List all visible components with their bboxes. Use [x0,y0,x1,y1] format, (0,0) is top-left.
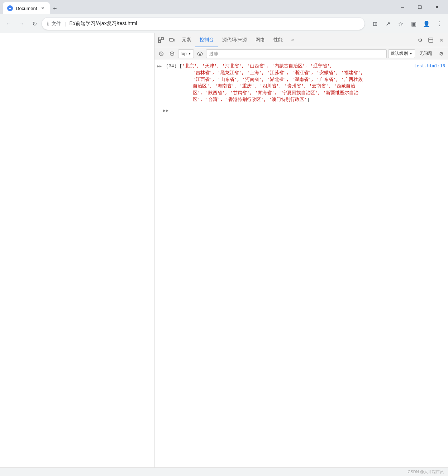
tab-favicon: ● [7,5,13,11]
level-arrow-icon: ▼ [409,52,413,56]
tab-title: Document [16,6,37,11]
svg-rect-2 [158,40,161,43]
webpage-content [0,33,154,467]
new-tab-button[interactable]: + [50,4,60,14]
address-input-wrap[interactable]: ℹ 文件 | E:/前端学习/Ajax复习/test.html [42,17,365,30]
devtools-close-button[interactable]: ✕ [437,35,447,45]
eye-button[interactable] [195,49,205,58]
address-actions: ⊞ ↗ ☆ ▣ 👤 ⋮ [369,18,445,29]
console-settings-button[interactable]: ⚙ [437,49,446,58]
array-values: '北京', '天津', '河北省', '山西省', '内蒙古自治区', '辽宁省… [166,64,363,102]
level-selector[interactable]: 默认级别 ▼ [388,49,415,58]
devtools-toolbar: 元素 控制台 源代码/来源 网络 性能 » ⚙ ✕ [154,33,448,47]
reload-button[interactable]: ↻ [29,18,40,29]
no-issues-button[interactable]: 无问题 [416,49,435,58]
filter-input[interactable] [206,49,387,58]
main-area: 元素 控制台 源代码/来源 网络 性能 » ⚙ ✕ [0,33,448,467]
url-display: E:/前端学习/Ajax复习/test.html [69,20,359,27]
forward-button[interactable]: → [16,18,27,29]
context-arrow-icon: ▼ [188,52,191,56]
level-label: 默认级别 [391,51,408,57]
block-button[interactable] [167,49,177,58]
address-bar: ← → ↻ ℹ 文件 | E:/前端学习/Ajax复习/test.html ⊞ … [0,14,448,33]
profile-button[interactable]: 👤 [421,18,432,29]
close-button[interactable]: ✕ [429,1,445,13]
expand-arrow-icon[interactable]: ▶ [157,64,162,69]
clear-console-button[interactable] [157,49,166,58]
device-toggle-button[interactable] [167,35,177,45]
devtools-settings-button[interactable]: ⚙ [415,35,425,45]
browser-frame: ● Document ✕ + ─ ❑ ✕ ← → ↻ ℹ 文件 | E:/前端学… [0,0,448,476]
array-close-bracket: ] [307,97,310,102]
console-filter-bar: top ▼ 默认级别 ▼ 无问题 ⚙ [154,47,448,60]
svg-point-12 [199,53,201,54]
devtools-tabs: 元素 控制台 源代码/来源 网络 性能 » [177,33,414,47]
tab-network[interactable]: 网络 [251,33,269,47]
second-console-entry: ▶ [154,105,448,115]
devtools-panel: 元素 控制台 源代码/来源 网络 性能 » ⚙ ✕ [154,33,448,467]
svg-rect-4 [173,39,175,41]
browser-footer: CSDN @人才程序员 [0,467,448,476]
info-icon: ℹ [47,21,49,27]
tab-area: ● Document ✕ + [3,0,60,14]
array-length: (34) [166,64,180,69]
tab-sources[interactable]: 源代码/来源 [218,33,251,47]
tab-elements[interactable]: 元素 [177,33,195,47]
translate-button[interactable]: ⊞ [369,18,381,29]
bookmark-button[interactable]: ☆ [395,18,406,29]
svg-rect-1 [161,38,163,40]
devtools-toolbar-right: ⚙ ✕ [415,35,447,45]
title-bar: ● Document ✕ + ─ ❑ ✕ [0,0,448,14]
inspect-element-button[interactable] [156,35,166,45]
more-options-button[interactable]: ⋮ [434,18,445,29]
context-top-label: top [181,51,187,56]
no-issues-label: 无问题 [419,51,432,57]
context-selector[interactable]: top ▼ [178,49,194,58]
tab-close-button[interactable]: ✕ [40,5,46,11]
separator: | [65,21,66,27]
console-entry-content: (34) ['北京', '天津', '河北省', '山西省', '内蒙古自治区'… [165,63,412,104]
svg-point-11 [197,52,202,56]
second-expand-arrow-icon[interactable]: ▶ [163,109,169,112]
restore-button[interactable]: ❑ [411,1,428,13]
console-entry: ▶ (34) ['北京', '天津', '河北省', '山西省', '内蒙古自治… [154,62,448,105]
console-output: ▶ (34) ['北京', '天津', '河北省', '山西省', '内蒙古自治… [154,60,448,467]
svg-rect-3 [170,38,173,41]
devtools-dock-button[interactable] [426,35,436,45]
array-open-bracket: [ [180,64,182,69]
window-controls: ─ ❑ ✕ [394,1,445,13]
watermark-text: CSDN @人才程序员 [408,469,444,475]
split-view-button[interactable]: ▣ [408,18,419,29]
console-source-link[interactable]: test.html:16 [412,63,448,69]
file-label: 文件 [52,20,61,27]
svg-line-8 [160,52,163,55]
active-tab[interactable]: ● Document ✕ [3,2,50,14]
tab-console[interactable]: 控制台 [195,33,218,47]
share-button[interactable]: ↗ [382,18,394,29]
back-button[interactable]: ← [3,18,14,29]
svg-rect-0 [158,38,161,40]
tab-more[interactable]: » [287,33,298,47]
svg-rect-5 [429,38,433,42]
tab-performance[interactable]: 性能 [269,33,287,47]
minimize-button[interactable]: ─ [394,1,411,13]
